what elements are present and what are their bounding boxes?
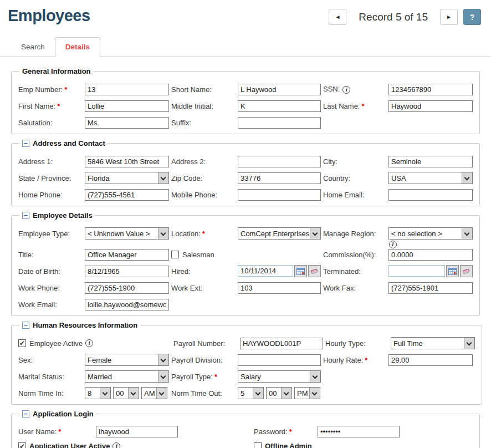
sex-value: Female xyxy=(85,354,158,365)
suffix-label: Suffix: xyxy=(169,119,238,127)
city-label: City: xyxy=(321,157,388,166)
hired-calendar-button[interactable] xyxy=(294,265,307,277)
first-name-input[interactable] xyxy=(85,100,169,112)
salesman-checkbox[interactable] xyxy=(171,251,179,258)
info-icon[interactable]: i xyxy=(342,86,350,94)
last-name-label: Last Name:* xyxy=(321,102,388,110)
hired-clear-button[interactable] xyxy=(308,265,321,277)
form-row: ✓ Application User Active i Offline Admi… xyxy=(18,442,473,448)
employee-active-checkbox[interactable]: ✓ xyxy=(18,339,26,347)
app-user-active-checkbox[interactable]: ✓ xyxy=(18,442,26,448)
manage-region-select[interactable]: < no selection > xyxy=(388,227,473,240)
help-button[interactable]: ? xyxy=(463,9,481,25)
sex-select[interactable]: Female xyxy=(85,354,169,366)
address2-input[interactable] xyxy=(238,156,321,167)
section-application-login-title: − Application Login xyxy=(19,410,96,418)
arrow-right-icon: ► xyxy=(446,14,452,20)
emp-number-input[interactable] xyxy=(85,84,169,95)
work-email-input[interactable] xyxy=(85,299,169,310)
short-name-input[interactable] xyxy=(238,84,321,95)
offline-admin-checkbox[interactable] xyxy=(254,442,262,448)
country-select[interactable]: USA xyxy=(388,172,473,184)
collapse-icon[interactable]: − xyxy=(22,322,29,329)
norm-out-minute-select[interactable]: 00 xyxy=(266,387,292,399)
payroll-division-input[interactable] xyxy=(238,354,321,366)
form-row: Work Email: xyxy=(18,298,473,310)
collapse-icon[interactable]: − xyxy=(22,140,29,147)
work-phone-input[interactable] xyxy=(85,282,169,294)
hourly-rate-input[interactable] xyxy=(388,354,473,366)
title-input[interactable] xyxy=(85,249,169,261)
address1-input[interactable] xyxy=(85,156,169,167)
zip-input[interactable] xyxy=(238,172,321,184)
form-row: Date of Birth: Hired: Terminated: xyxy=(18,265,473,277)
home-phone-input[interactable] xyxy=(85,189,169,201)
work-fax-input[interactable] xyxy=(388,282,473,294)
app-user-active-label: Application User Active xyxy=(29,442,110,448)
norm-in-ampm-select[interactable]: AM xyxy=(141,387,167,399)
salutation-input[interactable] xyxy=(85,117,169,129)
tab-bar: Search Details xyxy=(0,37,491,57)
collapse-icon[interactable]: − xyxy=(22,212,29,219)
state-select[interactable]: Florida xyxy=(85,172,169,184)
info-icon[interactable]: i xyxy=(112,442,120,448)
terminated-clear-button[interactable] xyxy=(460,265,473,277)
tab-details[interactable]: Details xyxy=(55,37,100,57)
info-icon[interactable]: i xyxy=(85,339,93,347)
dob-input[interactable] xyxy=(85,266,169,277)
collapse-icon[interactable]: − xyxy=(22,410,29,418)
mobile-phone-input[interactable] xyxy=(238,189,321,201)
ssn-input[interactable] xyxy=(388,84,473,95)
hourly-type-select[interactable]: Full Time xyxy=(391,337,475,349)
section-employee-details: − Employee Details Employee Type: < Unkn… xyxy=(11,211,480,316)
employee-type-select[interactable]: < Unknown Value > xyxy=(85,227,169,240)
norm-out-ampm-select[interactable]: PM xyxy=(294,387,320,399)
suffix-input[interactable] xyxy=(238,117,321,129)
norm-out-hour-value: 5 xyxy=(238,388,253,399)
state-value: Florida xyxy=(85,172,158,184)
city-input[interactable] xyxy=(388,156,473,167)
location-select[interactable]: ComCept Enterprises HQ xyxy=(238,227,321,240)
payroll-type-select[interactable]: Salary xyxy=(238,370,321,383)
info-icon[interactable]: i xyxy=(389,241,397,248)
arrow-left-icon: ◄ xyxy=(335,14,340,20)
commission-input[interactable] xyxy=(388,249,473,261)
payroll-number-input[interactable] xyxy=(240,338,323,349)
chevron-down-icon xyxy=(100,388,110,399)
hired-label: Hired: xyxy=(169,267,238,276)
middle-initial-input[interactable] xyxy=(238,100,321,112)
previous-record-button[interactable]: ◄ xyxy=(329,9,346,25)
address2-label: Address 2: xyxy=(169,157,238,166)
work-ext-input[interactable] xyxy=(238,282,321,294)
norm-out-hour-select[interactable]: 5 xyxy=(238,387,264,399)
section-title-text: Address and Contact xyxy=(33,139,105,147)
ssn-label: SSN:i xyxy=(321,85,388,94)
country-label: Country: xyxy=(321,174,388,182)
hired-input[interactable] xyxy=(238,265,293,277)
home-email-input[interactable] xyxy=(388,189,473,201)
last-name-input[interactable] xyxy=(388,100,473,112)
employee-active-label: Employee Active xyxy=(29,339,83,348)
tab-search[interactable]: Search xyxy=(11,38,55,57)
norm-in-hour-select[interactable]: 8 xyxy=(85,387,111,399)
terminated-calendar-button[interactable] xyxy=(446,265,459,277)
eraser-icon xyxy=(310,268,319,274)
hourly-rate-label: Hourly Rate:* xyxy=(321,356,388,364)
norm-in-minute-select[interactable]: 00 xyxy=(113,387,139,399)
norm-in-hour-value: 8 xyxy=(85,388,100,399)
form-row: Employee Type: < Unknown Value > Locatio… xyxy=(18,227,473,240)
user-name-input[interactable] xyxy=(96,426,178,437)
country-value: USA xyxy=(389,172,462,184)
employee-active-field: ✓ Employee Active i xyxy=(18,339,171,348)
marital-status-select[interactable]: Married xyxy=(85,370,169,383)
required-mark: * xyxy=(202,230,205,238)
password-input[interactable] xyxy=(318,426,400,437)
payroll-type-label: Payroll Type:* xyxy=(169,373,238,381)
terminated-input[interactable] xyxy=(388,265,445,277)
salutation-label: Salutation: xyxy=(18,119,85,127)
next-record-button[interactable]: ► xyxy=(440,9,458,25)
form-row: ✓ Employee Active i Payroll Number: Hour… xyxy=(18,337,475,349)
page-header: Employees ◄ Record 5 of 15 ► ? xyxy=(0,0,491,25)
chevron-down-icon xyxy=(462,228,472,239)
form-row: Marital Status: Married Payroll Type:* S… xyxy=(18,370,475,383)
